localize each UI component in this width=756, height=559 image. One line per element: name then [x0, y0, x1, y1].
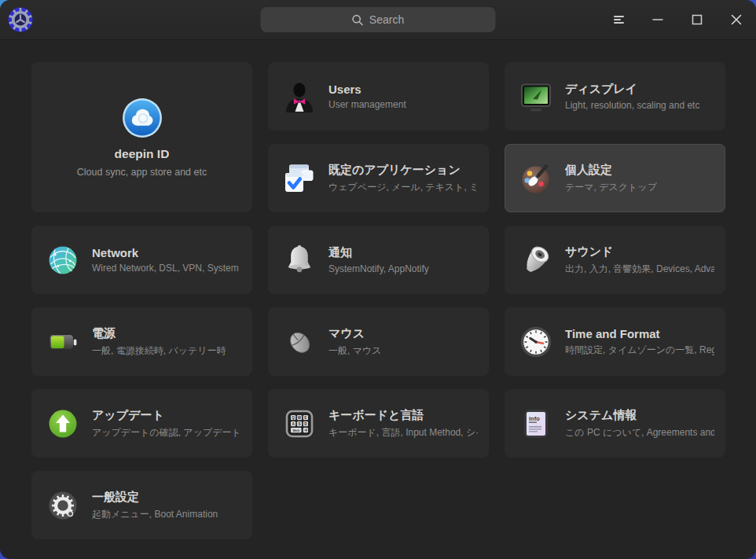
card-title: 個人設定 [565, 163, 657, 178]
card-subtitle: テーマ, デスクトップ [565, 181, 657, 194]
card-subtitle: 一般, 電源接続時, バッテリー時 [92, 344, 226, 358]
card-notification[interactable]: 通知 SystemNotify, AppNotify [268, 226, 489, 294]
menu-button[interactable] [599, 0, 638, 39]
menu-icon [614, 14, 624, 25]
person-icon [281, 78, 318, 116]
card-subtitle: Light, resolution, scaling and etc [565, 100, 699, 111]
card-deepin-id[interactable]: deepin ID Cloud sync, app store and etc [31, 62, 252, 212]
card-subtitle: ウェブページ, メール, テキスト, ミ··· [328, 181, 478, 194]
search-icon [352, 14, 364, 26]
monitor-icon [517, 78, 555, 116]
mouse-icon [281, 323, 318, 361]
windows-check-icon [281, 160, 318, 197]
svg-text:W: W [298, 415, 302, 419]
card-title: マウス [328, 326, 382, 341]
card-subtitle: 起動メニュー, Boot Animation [92, 508, 218, 521]
card-time-and-format[interactable]: Time and Format 時間設定, タイムゾーンの一覧, Reg··· [505, 307, 725, 376]
svg-text:S: S [298, 421, 300, 425]
card-title: サウンド [565, 245, 714, 259]
card-title: Network [92, 246, 241, 259]
card-power[interactable]: 電源 一般, 電源接続時, バッテリー時 [31, 307, 252, 376]
search-input[interactable]: Search [261, 7, 496, 32]
battery-icon [44, 323, 82, 361]
card-title: 既定のアプリケーション [328, 163, 478, 178]
card-title: システム情報 [565, 408, 714, 423]
card-title: アップデート [92, 408, 241, 423]
speaker-icon [517, 241, 555, 279]
minimize-icon [652, 14, 663, 25]
bell-icon [281, 241, 318, 279]
card-personalization[interactable]: 個人設定 テーマ, デスクトップ [505, 144, 725, 212]
arrow-up-circle-icon [44, 405, 82, 443]
card-subtitle: SystemNotify, AppNotify [328, 263, 429, 274]
card-subtitle: アップデートの確認, アップデート··· [92, 426, 241, 439]
app-logo-gear-icon [8, 7, 33, 32]
card-subtitle: Wired Network, DSL, VPN, System ··· [92, 263, 241, 274]
minimize-button[interactable] [638, 0, 677, 39]
card-general-settings[interactable]: 一般設定 起動メニュー, Boot Animation [31, 471, 252, 539]
cloud-icon [122, 97, 163, 138]
card-title: deepin ID [115, 147, 170, 161]
card-subtitle: 時間設定, タイムゾーンの一覧, Reg··· [565, 344, 714, 357]
card-display[interactable]: ディスプレイ Light, resolution, scaling and et… [505, 62, 725, 131]
card-subtitle: Cloud sync, app store and etc [77, 167, 207, 178]
card-system-info[interactable]: info システム情報 この PC について, Agreements and··… [505, 389, 725, 458]
card-sound[interactable]: サウンド 出力, 入力, 音響効果, Devices, Adva··· [505, 226, 725, 294]
card-keyboard-language[interactable]: Q W E A S D Shift キーボードと言語 キーボード, 言語, In… [268, 389, 489, 458]
card-title: Users [328, 83, 406, 96]
titlebar: Search [0, 0, 756, 40]
maximize-icon [692, 14, 703, 25]
card-title: 通知 [328, 245, 429, 260]
card-subtitle: 一般, マウス [328, 344, 382, 358]
keyboard-icon: Q W E A S D Shift [281, 405, 318, 443]
window-buttons [599, 0, 756, 39]
svg-text:Q: Q [292, 415, 295, 419]
close-icon [731, 14, 742, 25]
card-subtitle: この PC について, Agreements and··· [565, 426, 714, 439]
card-updates[interactable]: アップデート アップデートの確認, アップデート··· [31, 389, 252, 458]
settings-grid: deepin ID Cloud sync, app store and etc … [31, 62, 725, 539]
info-document-icon: info [517, 405, 555, 443]
card-subtitle: User management [328, 99, 406, 110]
close-button[interactable] [717, 0, 756, 39]
svg-text:E: E [304, 415, 306, 419]
clock-icon [517, 323, 555, 361]
card-subtitle: キーボード, 言語, Input Method, シ··· [328, 426, 478, 439]
card-title: 電源 [92, 326, 226, 341]
card-title: 一般設定 [92, 490, 218, 505]
card-users[interactable]: Users User management [268, 62, 489, 131]
globe-icon [44, 241, 82, 279]
card-title: キーボードと言語 [328, 408, 478, 423]
search-placeholder: Search [369, 13, 404, 26]
card-subtitle: 出力, 入力, 音響効果, Devices, Adva··· [565, 263, 714, 276]
card-title: Time and Format [565, 327, 714, 340]
maximize-button[interactable] [677, 0, 717, 39]
card-default-applications[interactable]: 既定のアプリケーション ウェブページ, メール, テキスト, ミ··· [268, 144, 489, 212]
palette-icon [517, 160, 555, 197]
card-network[interactable]: Network Wired Network, DSL, VPN, System … [31, 226, 252, 294]
card-title: ディスプレイ [565, 82, 699, 97]
svg-text:info: info [529, 414, 540, 421]
card-mouse[interactable]: マウス 一般, マウス [268, 307, 489, 376]
svg-text:Shift: Shift [292, 428, 299, 432]
control-center-window: Search [0, 0, 756, 559]
gear-icon [44, 487, 82, 524]
